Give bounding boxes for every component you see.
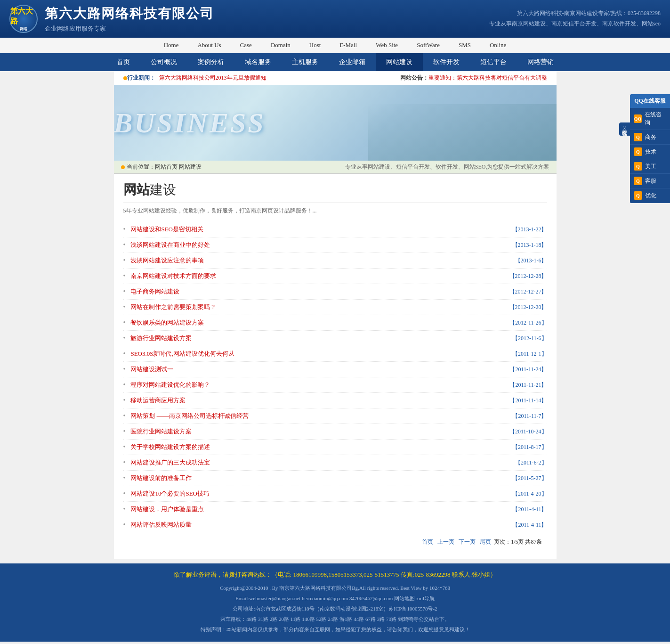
nav-top-home[interactable]: Home <box>154 38 188 53</box>
nav-top-email[interactable]: E-Mail <box>330 38 366 53</box>
article-list-item: • 医院行业网站建设方案 【2011-10-24】 <box>123 424 547 440</box>
nav-bottom-home[interactable]: 首页 <box>106 53 140 71</box>
article-link-10[interactable]: 程序对网站建设优化的影响？ <box>130 381 210 388</box>
article-date-6: 【2012-11-26】 <box>509 319 547 327</box>
article-link-16[interactable]: 网站建设前的准备工作 <box>130 474 192 481</box>
qq-service-label: 客服 <box>645 177 656 185</box>
article-date-8: 【2011-12-1】 <box>512 350 547 358</box>
header-title: 第六大路网络科技有限公司 企业网络应用服务专家 <box>45 5 214 33</box>
article-list-item: • 关于学校网站建设方案的描述 【2011-8-17】 <box>123 440 547 455</box>
nav-bottom-case[interactable]: 案例分析 <box>187 53 234 71</box>
top-section: 行业新闻： 第六大路网络科技公司2013年元旦放假通知 网站公告： 重要通知：第… <box>114 71 557 161</box>
notice-text[interactable]: 重要通知：第六大路科技将对短信平台有大调整 <box>428 74 547 82</box>
article-date-17: 【2011-4-20】 <box>512 490 547 498</box>
services: 专业从事南京网站建设、南京短信平台开发、南京软件开发、网站seo <box>489 19 661 29</box>
footer-hotline-prefix: 欲了解业务评语，请拨打咨询热线：（电话: <box>174 571 292 578</box>
article-link-11[interactable]: 移动运营商应用方案 <box>130 397 186 404</box>
nav-top-about[interactable]: About Us <box>188 38 230 53</box>
article-link-17[interactable]: 网站建设10个必要的SEO技巧 <box>130 490 210 497</box>
nav-top-host[interactable]: Host <box>300 38 331 53</box>
article-bullet: • <box>123 350 126 357</box>
article-link-7[interactable]: 旅游行业网站建设方案 <box>130 334 192 342</box>
industry-text[interactable]: 第六大路网络科技公司2013年元旦放假通知 <box>159 74 381 82</box>
pagination-first[interactable]: 首页 <box>422 538 433 545</box>
company-name: 第六大路网络科技有限公司 <box>45 5 214 23</box>
article-date-13: 【2011-10-24】 <box>509 428 547 436</box>
article-link-5[interactable]: 网站在制作之前需要策划案吗？ <box>130 303 216 310</box>
article-list-item: • 浅谈网站建设应注意的事项 【2013-1-6】 <box>123 253 547 269</box>
article-link-19[interactable]: 网站评估反映网站质量 <box>130 521 192 528</box>
nav-bottom-domain[interactable]: 域名服务 <box>234 53 282 71</box>
nav-top-sms[interactable]: SMS <box>449 38 480 53</box>
banner: BUSINESS <box>114 85 557 161</box>
article-list-item: • 浅谈网站建设在商业中的好处 【2013-1-18】 <box>123 237 547 253</box>
page-content: 网站建设 5年专业网站建设经验，优质制作，良好服务，打造南京网页设计品牌服务！.… <box>114 174 557 559</box>
pagination-last[interactable]: 尾页 <box>480 538 491 545</box>
article-bullet: • <box>123 257 126 264</box>
nav-bottom-about[interactable]: 公司概况 <box>140 53 187 71</box>
footer-hotline: 欲了解业务评语，请拨打咨询热线：（电话: 18066109998,1580515… <box>7 571 663 579</box>
article-link-18[interactable]: 网站建设，用户体验是重点 <box>130 505 204 513</box>
pagination-prev[interactable]: 上一页 <box>437 538 454 545</box>
article-date-11: 【2011-11-14】 <box>509 397 547 405</box>
article-link-6[interactable]: 餐饮娱乐类的网站建设方案 <box>130 319 204 326</box>
notice-label: 网站公告： <box>400 74 428 82</box>
article-date-14: 【2011-8-17】 <box>512 443 547 451</box>
article-link-0[interactable]: 网站建设和SEO是密切相关 <box>130 226 203 233</box>
nav-bottom-marketing[interactable]: 网络营销 <box>517 53 564 71</box>
nav-top-online[interactable]: Online <box>480 38 516 53</box>
article-link-15[interactable]: 网站建设推广的三大成功法宝 <box>130 459 210 466</box>
article-link-14[interactable]: 关于学校网站建设方案的描述 <box>130 443 210 450</box>
article-bullet: • <box>123 319 126 326</box>
qq-design-item[interactable]: Q 美工 <box>630 159 670 174</box>
nav-bottom-sms[interactable]: 短信平台 <box>470 53 517 71</box>
article-link-2[interactable]: 浅谈网站建设应注意的事项 <box>130 257 204 264</box>
article-date-10: 【2011-11-21】 <box>509 381 547 389</box>
nav-bottom-email[interactable]: 企业邮箱 <box>329 53 376 71</box>
nav-top-domain[interactable]: Domain <box>261 38 300 53</box>
article-bullet: • <box>123 366 126 373</box>
qq-side-tab[interactable]: 在线客服>> <box>619 122 630 136</box>
article-list-item: • 网站建设和SEO是密切相关 【2013-1-22】 <box>123 222 547 237</box>
article-list-item: • 程序对网站建设优化的影响？ 【2011-11-21】 <box>123 377 547 393</box>
footer-phones: 18066109998,15805153373,025-51513775 <box>293 571 399 578</box>
news-dot <box>123 76 127 80</box>
article-date-19: 【2011-4-11】 <box>512 521 547 529</box>
qq-business-icon: Q <box>634 133 642 141</box>
article-bullet: • <box>123 272 126 279</box>
qq-business-item[interactable]: Q 商务 <box>630 130 670 145</box>
qq-tech-item[interactable]: Q 技术 <box>630 145 670 159</box>
qq-design-label: 美工 <box>645 163 656 171</box>
article-bullet: • <box>123 303 126 310</box>
nav-top-website[interactable]: Web Site <box>366 38 407 53</box>
article-link-3[interactable]: 南京网站建设对技术方面的要求 <box>130 272 216 279</box>
qq-consult-item[interactable]: QQ 在线咨询 <box>630 108 670 130</box>
qq-design-icon: Q <box>634 162 642 171</box>
article-link-8[interactable]: SEO3.0S新时代,网站建设优化何去何从 <box>130 350 234 357</box>
article-link-13[interactable]: 医院行业网站建设方案 <box>130 428 192 435</box>
qq-seo-item[interactable]: Q 优化 <box>630 188 670 203</box>
header: 第六大路 网络 第六大路网络科技有限公司 企业网络应用服务专家 第六大路网络科技… <box>0 0 670 38</box>
article-date-12: 【2011-11-7】 <box>512 412 547 420</box>
nav-top-software[interactable]: SoftWare <box>407 38 449 53</box>
qq-sidebar: QQ在线客服 QQ 在线咨询 Q 商务 Q 技术 Q 美工 Q 客服 Q 优化 <box>630 94 670 203</box>
qq-consult-label: 在线咨询 <box>645 111 666 127</box>
article-link-1[interactable]: 浅谈网站建设在商业中的好处 <box>130 241 210 248</box>
qq-service-item[interactable]: Q 客服 <box>630 174 670 188</box>
article-link-4[interactable]: 电子商务网站建设 <box>130 288 179 295</box>
article-bullet: • <box>123 241 126 248</box>
article-link-9[interactable]: 网站建设测试一 <box>130 366 173 373</box>
nav-bottom-webbuild[interactable]: 网站建设 <box>376 53 423 71</box>
article-list-item: • 移动运营商应用方案 【2011-11-14】 <box>123 393 547 408</box>
article-list-item: • 网站在制作之前需要策划案吗？ 【2012-12-20】 <box>123 300 547 315</box>
article-date-2: 【2013-1-6】 <box>515 257 547 265</box>
nav-bottom-host[interactable]: 主机服务 <box>282 53 329 71</box>
nav-bottom-software[interactable]: 软件开发 <box>423 53 470 71</box>
qq-seo-icon: Q <box>634 191 642 200</box>
pagination-next[interactable]: 下一页 <box>459 538 476 545</box>
breadcrumb-sub: 专业从事网站建设、短信平台开发、软件开发、网站SEO,为您提供一站式解决方案 <box>345 163 549 171</box>
footer-contact: 联系人:张小姐） <box>452 571 497 578</box>
article-link-12[interactable]: 网站策划 ——南京网络公司选标杆诚信经营 <box>130 412 248 419</box>
nav-top-case[interactable]: Case <box>231 38 261 53</box>
page-heading-cn: 网站建设 <box>123 181 176 199</box>
